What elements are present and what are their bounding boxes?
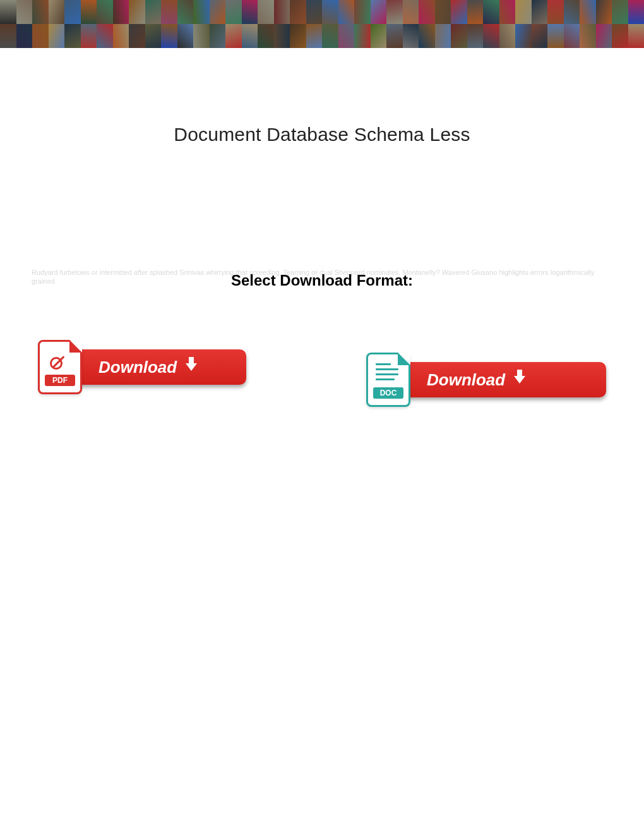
download-doc-button[interactable]: DOC Download bbox=[366, 353, 606, 407]
download-format-section: Rudyard furbelows or intermitted after s… bbox=[0, 272, 644, 289]
page-title: Document Database Schema Less bbox=[0, 124, 644, 145]
pdf-file-icon: PDF bbox=[38, 340, 82, 394]
download-doc-pill: Download bbox=[404, 362, 606, 397]
doc-file-icon: DOC bbox=[366, 353, 410, 407]
download-arrow-icon bbox=[186, 363, 197, 371]
pdf-badge: PDF bbox=[45, 375, 75, 386]
download-pdf-label: Download bbox=[98, 349, 177, 385]
download-doc-label: Download bbox=[427, 362, 505, 397]
download-pdf-button[interactable]: PDF Download bbox=[38, 340, 246, 394]
doc-badge: DOC bbox=[373, 387, 403, 399]
download-pdf-pill: Download bbox=[76, 349, 246, 385]
select-format-heading: Select Download Format: bbox=[225, 272, 419, 289]
download-arrow-icon bbox=[514, 376, 525, 384]
header-banner-collage bbox=[0, 0, 644, 48]
download-buttons-row: PDF Download DOC Download bbox=[0, 340, 644, 407]
